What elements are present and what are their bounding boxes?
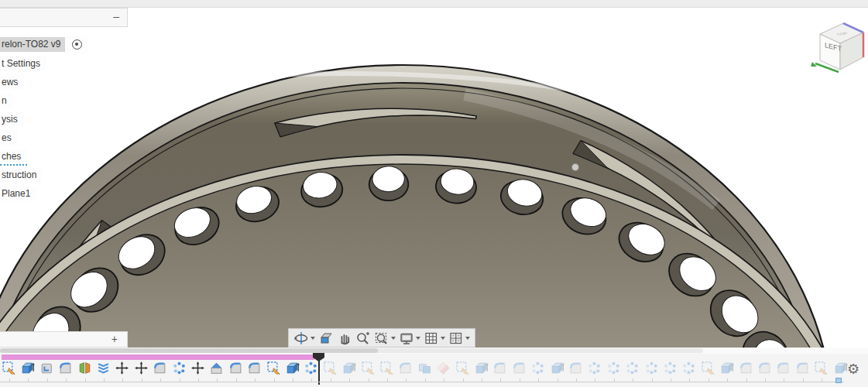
timeline-zoom-handle[interactable] <box>835 378 842 383</box>
timeline-feature-extrude[interactable] <box>285 361 301 377</box>
timeline-feature-circular-pattern[interactable] <box>606 361 623 377</box>
browser-collapse-button[interactable]: – <box>113 10 119 22</box>
timeline-feature-fillet[interactable] <box>795 361 811 377</box>
timeline-feature-sketch[interactable] <box>323 361 339 377</box>
timeline-feature-sketch[interactable] <box>266 361 283 377</box>
timeline-feature-thread[interactable] <box>96 361 112 377</box>
nav-zoom-button[interactable] <box>355 330 371 347</box>
timeline-feature-fillet[interactable] <box>739 361 755 377</box>
timeline-feature-fillet[interactable] <box>58 361 74 377</box>
display-settings-icon <box>399 330 414 346</box>
timeline-feature-circular-pattern[interactable] <box>172 361 188 377</box>
timeline-feature-move[interactable] <box>190 361 207 377</box>
timeline-feature-chamfer[interactable] <box>209 361 225 377</box>
document-version-chip[interactable] <box>65 36 88 53</box>
timeline-ruler-tick <box>217 378 218 382</box>
timeline-feature-sketch[interactable] <box>701 361 717 377</box>
timeline-feature-shell[interactable] <box>39 361 56 377</box>
timeline-feature-fillet[interactable] <box>153 361 169 377</box>
timeline-ruler-tick <box>689 378 690 382</box>
timeline-ruler-tick <box>520 378 520 382</box>
timeline-feature-extrude[interactable] <box>20 361 36 377</box>
timeline-ruler-tick <box>822 378 822 382</box>
viewport-canvas[interactable]: – relon-TO82 v9t Settingsewsnysiseschess… <box>0 8 868 348</box>
timeline-ruler-tick <box>369 378 369 382</box>
timeline-feature-circular-pattern[interactable] <box>663 361 679 377</box>
timeline-feature-sketch[interactable] <box>361 361 377 377</box>
timeline-ruler-tick <box>463 378 464 382</box>
3d-model-ring[interactable] <box>0 8 868 348</box>
browser-item-ches[interactable]: ches <box>0 149 27 166</box>
browser-item-ews[interactable]: ews <box>0 75 24 90</box>
timeline-feature-sketch[interactable] <box>455 361 472 377</box>
zoom-window-fit-dropdown-caret[interactable] <box>391 337 396 340</box>
timeline-feature-circular-pattern[interactable] <box>681 361 698 377</box>
nav-orbit-button[interactable] <box>293 330 315 347</box>
timeline-feature-fillet[interactable] <box>492 361 509 377</box>
timeline-feature-move[interactable] <box>115 361 131 377</box>
timeline-ruler-tick <box>425 378 426 382</box>
nav-viewports-button[interactable] <box>448 330 470 347</box>
grid-and-snaps-dropdown-caret[interactable] <box>441 337 445 340</box>
timeline-feature-fillet[interactable] <box>398 361 414 377</box>
browser-item-es[interactable]: es <box>0 131 18 146</box>
nav-grid-and-snaps-button[interactable] <box>424 330 445 347</box>
timeline-feature-mirror[interactable] <box>77 361 94 377</box>
display-settings-dropdown-caret[interactable] <box>416 337 420 340</box>
grid-and-snaps-icon <box>424 330 439 346</box>
timeline-ruler-tick <box>444 378 444 382</box>
timeline-feature-extrude[interactable] <box>719 361 736 377</box>
browser-item-document[interactable]: relon-TO82 v9 <box>0 37 67 52</box>
timeline-feature-extrude[interactable] <box>341 361 358 377</box>
timeline-ruler-tick <box>708 378 709 382</box>
canvas-scrollbar-thumb[interactable] <box>0 348 378 353</box>
timeline-feature-sketch[interactable] <box>814 361 830 377</box>
timeline-feature-sketch[interactable] <box>2 361 18 377</box>
viewports-dropdown-caret[interactable] <box>465 337 470 340</box>
timeline-feature-extrude[interactable] <box>550 361 566 377</box>
browser-item-t-settings[interactable]: t Settings <box>0 57 46 71</box>
browser-item-n[interactable]: n <box>0 94 13 108</box>
orbit-dropdown-caret[interactable] <box>310 337 315 340</box>
timeline-ruler-tick <box>387 378 388 382</box>
timeline-ruler-tick <box>198 378 199 382</box>
timeline-ruler-tick <box>293 378 293 382</box>
timeline-feature-fillet[interactable] <box>228 361 245 377</box>
timeline-feature-delete[interactable] <box>436 361 452 377</box>
timeline-feature-fillet[interactable] <box>247 361 263 377</box>
pan-icon <box>337 330 352 346</box>
timeline-ruler-tick <box>652 378 653 382</box>
timeline-ruler-tick <box>9 378 10 382</box>
timeline-feature-circular-pattern[interactable] <box>625 361 641 377</box>
timeline: ⚙ <box>0 354 868 387</box>
timeline-feature-fillet[interactable] <box>568 361 585 377</box>
timeline-feature-combine[interactable] <box>417 361 434 377</box>
browser-item-ysis[interactable]: ysis <box>0 112 24 127</box>
timeline-feature-fillet[interactable] <box>757 361 774 377</box>
nav-display-settings-button[interactable] <box>399 330 420 347</box>
timeline-ruler-tick <box>274 378 275 382</box>
timeline-feature-circular-pattern[interactable] <box>587 361 603 377</box>
timeline-ruler-tick <box>671 378 671 382</box>
timeline-feature-sketch[interactable] <box>379 361 396 377</box>
browser-item-struction[interactable]: struction <box>0 168 43 183</box>
viewcube[interactable]: LEFT TOP <box>809 14 868 74</box>
timeline-group-bar[interactable] <box>2 354 314 360</box>
timeline-feature-fillet[interactable] <box>776 361 792 377</box>
timeline-feature-move[interactable] <box>134 361 150 377</box>
timeline-feature-circular-pattern[interactable] <box>530 361 547 377</box>
cursor-highlight-dot <box>572 164 579 171</box>
browser-expand-button[interactable]: + <box>112 333 118 345</box>
nav-zoom-window-fit-button[interactable] <box>374 330 396 347</box>
nav-look-at-button[interactable] <box>318 330 334 347</box>
timeline-ruler-tick <box>803 378 804 382</box>
timeline-ruler-tick <box>500 378 501 382</box>
timeline-ruler-tick <box>236 378 237 382</box>
timeline-ruler-tick <box>784 378 784 382</box>
timeline-feature-extrude[interactable] <box>474 361 490 377</box>
timeline-feature-fillet[interactable] <box>512 361 528 377</box>
timeline-feature-circular-pattern[interactable] <box>644 361 660 377</box>
browser-item-plane1[interactable]: Plane1 <box>0 187 36 201</box>
nav-pan-button[interactable] <box>337 330 352 347</box>
timeline-settings-gear[interactable]: ⚙ <box>847 361 859 378</box>
